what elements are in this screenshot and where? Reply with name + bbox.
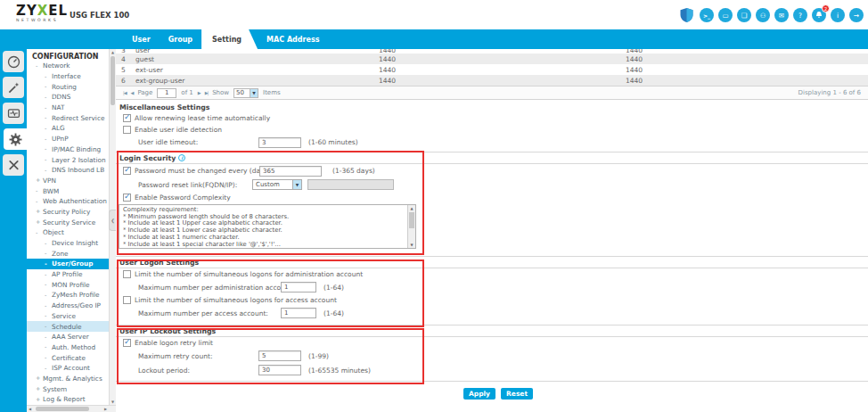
configuration-gear-icon[interactable]: [4, 128, 27, 150]
sidebar-item-mgmt-analytics[interactable]: +Mgmt. & Analytics: [27, 374, 116, 384]
password-complexity-label: Enable Password Complexity: [135, 194, 231, 202]
scrollbar-thumb[interactable]: [36, 407, 89, 411]
max-access-input[interactable]: [281, 308, 316, 318]
sidebar-item-security-policy[interactable]: +Security Policy: [27, 207, 116, 218]
scroll-down-icon[interactable]: ▼: [408, 243, 415, 247]
limit-access-label: Limit the number of simultaneous logons …: [135, 296, 337, 304]
sidebar-item-mon-profile[interactable]: -MON Profile: [27, 279, 116, 290]
scroll-up-icon[interactable]: ▲: [110, 50, 116, 54]
logout-icon[interactable]: →: [849, 8, 864, 22]
scrollbar-thumb[interactable]: [111, 56, 115, 105]
scroll-left-icon[interactable]: ◀: [29, 407, 31, 411]
chat-icon[interactable]: ✉: [774, 8, 789, 22]
sidebar-item-ddns[interactable]: -DDNS: [27, 92, 116, 103]
max-access-row: Maximum number per access account: (1-64…: [116, 306, 868, 320]
sidebar-item-schedule[interactable]: -Schedule: [27, 321, 116, 332]
wizard-wand-icon[interactable]: [3, 77, 24, 98]
tab-user[interactable]: User: [123, 29, 160, 49]
topology-icon[interactable]: ⚇: [756, 8, 770, 22]
sidebar-item-auth-method[interactable]: -Auth. Method: [27, 342, 116, 353]
retry-limit-checkbox[interactable]: [123, 339, 131, 347]
reset-button[interactable]: Reset: [501, 388, 533, 400]
max-admin-input[interactable]: [281, 282, 316, 293]
sidebar-item-upnp[interactable]: -UPnP: [27, 134, 116, 144]
scroll-up-icon[interactable]: ▲: [408, 206, 415, 210]
sidebar-item-user-group[interactable]: -User/Group: [27, 259, 116, 269]
tab-group[interactable]: Group: [160, 29, 201, 49]
sidebar-item-certificate[interactable]: -Certificate: [27, 352, 116, 363]
complexity-requirement-box[interactable]: Complexity requirement: * Minimum passwo…: [119, 204, 416, 249]
lockout-period-input[interactable]: [258, 365, 301, 375]
sidebar-item-isp-account[interactable]: -ISP Account: [27, 363, 116, 374]
maintenance-tools-icon[interactable]: [3, 154, 24, 176]
next-page-icon[interactable]: ▶: [198, 90, 201, 95]
action-button-row: Apply Reset: [116, 388, 868, 400]
scroll-right-icon[interactable]: ▶: [104, 407, 107, 411]
sidebar-item-aaa-server[interactable]: -AAA Server: [27, 332, 116, 342]
allow-renew-checkbox[interactable]: [123, 114, 131, 122]
password-reset-link-input[interactable]: [307, 179, 394, 190]
monitor-icon[interactable]: [3, 103, 24, 124]
idle-detect-checkbox[interactable]: [123, 126, 131, 134]
console-icon[interactable]: >_: [700, 8, 714, 22]
prev-page-icon[interactable]: ◀: [131, 90, 134, 95]
last-page-icon[interactable]: ▶|: [205, 90, 209, 95]
sidebar-item-network[interactable]: -Network: [27, 61, 116, 71]
sidebar-item-bwm[interactable]: -BWM: [27, 185, 116, 196]
retry-count-input[interactable]: [258, 350, 301, 361]
page-size-select[interactable]: 50▼: [233, 88, 258, 98]
tab-setting[interactable]: Setting: [201, 29, 258, 49]
password-complexity-row: Enable Password Complexity: [116, 192, 868, 202]
complexity-scrollbar[interactable]: ▲▼: [407, 205, 415, 248]
sidebar-item-zymesh-profile[interactable]: -ZyMesh Profile: [27, 290, 116, 301]
password-change-checkbox[interactable]: [123, 167, 131, 175]
first-page-icon[interactable]: |◀: [123, 90, 127, 95]
sidebar-item-routing[interactable]: -Routing: [27, 81, 116, 92]
sidebar-item-log-report[interactable]: +Log & Report: [27, 394, 116, 405]
sidebar-item-ap-profile[interactable]: -AP Profile: [27, 269, 116, 280]
sidebar-item-vpn[interactable]: +VPN: [27, 176, 116, 186]
sidebar-item-nat[interactable]: -NAT: [27, 103, 116, 113]
password-reset-link-select[interactable]: Custom▼: [252, 179, 302, 190]
idle-detect-row: Enable user idle detection: [116, 124, 868, 136]
sidebar-item-security-service[interactable]: +Security Service: [27, 217, 116, 227]
password-complexity-checkbox[interactable]: [123, 194, 131, 202]
info-icon[interactable]: i: [178, 154, 185, 161]
sidebar-item-zone[interactable]: -Zone: [27, 248, 116, 259]
sidebar-horizontal-scrollbar[interactable]: ◀▶: [27, 405, 116, 412]
page-number-input[interactable]: [157, 88, 176, 98]
sidebar-item-redirect-service[interactable]: -Redirect Service: [27, 112, 116, 123]
table-row[interactable]: 5 ext-user 1440 1440: [116, 64, 868, 75]
sidebar-item-ip-mac-binding[interactable]: -IP/MAC Binding: [27, 144, 116, 155]
sidebar-item-device-insight[interactable]: -Device Insight: [27, 238, 116, 249]
dashboard-icon[interactable]: [3, 51, 24, 72]
sidebar-item-layer2-isolation[interactable]: -Layer 2 Isolation: [27, 154, 116, 165]
limit-admin-checkbox[interactable]: [123, 270, 131, 278]
tab-mac-address[interactable]: MAC Address: [258, 29, 328, 49]
show-label: Show: [212, 89, 229, 96]
max-admin-label: Maximum number per administration accoun…: [138, 284, 281, 292]
notification-bell-icon[interactable]: 2: [812, 8, 826, 22]
sidebar-item-dns-inbound-lb[interactable]: -DNS Inbound LB: [27, 165, 116, 176]
info-icon[interactable]: i: [831, 8, 845, 22]
scrollbar-thumb[interactable]: [409, 212, 414, 228]
sidebar-item-service[interactable]: -Service: [27, 311, 116, 322]
table-row[interactable]: 6 ext-group-user 1440 1440: [116, 75, 868, 86]
windows-icon[interactable]: ❏: [737, 8, 751, 22]
sidebar-item-alg[interactable]: -ALG: [27, 123, 116, 134]
max-admin-row: Maximum number per administration accoun…: [116, 280, 868, 294]
sidebar-item-address-geo-ip[interactable]: -Address/Geo IP: [27, 301, 116, 311]
sidebar-item-system[interactable]: +System: [27, 383, 116, 394]
limit-access-checkbox[interactable]: [123, 296, 131, 304]
sidebar-item-interface[interactable]: -Interface: [27, 71, 116, 82]
help-forum-icon[interactable]: ?: [793, 8, 807, 22]
scroll-down-icon[interactable]: ▼: [110, 400, 116, 404]
sidebar-item-web-authentication[interactable]: -Web Authentication: [27, 196, 116, 207]
table-row[interactable]: 4 guest 1440 1440: [116, 54, 868, 64]
sidebar-collapse-handle[interactable]: ❮: [109, 210, 116, 231]
panel-icon[interactable]: ▭: [718, 8, 733, 22]
apply-button[interactable]: Apply: [463, 388, 495, 400]
idle-timeout-input[interactable]: [258, 137, 301, 148]
password-change-days-input[interactable]: [259, 166, 322, 177]
sidebar-item-object[interactable]: -Object: [27, 227, 116, 238]
